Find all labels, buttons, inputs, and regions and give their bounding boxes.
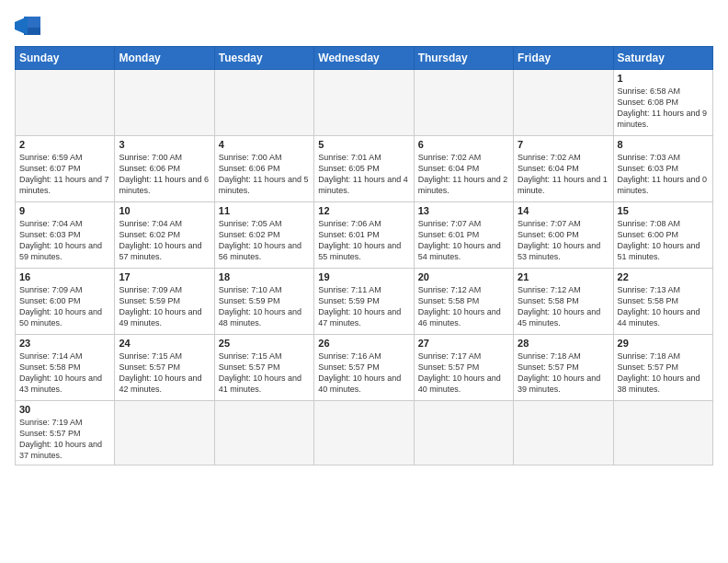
weekday-header-monday: Monday [115,47,214,70]
day-number: 6 [418,139,509,150]
svg-marker-2 [15,17,28,35]
day-number: 22 [618,271,709,282]
day-number: 13 [418,205,509,216]
calendar-cell: 23Sunrise: 7:14 AM Sunset: 5:58 PM Dayli… [16,335,115,401]
day-info: Sunrise: 7:02 AM Sunset: 6:04 PM Dayligh… [418,152,509,197]
weekday-header-wednesday: Wednesday [314,47,414,70]
day-info: Sunrise: 7:07 AM Sunset: 6:00 PM Dayligh… [518,218,609,263]
day-info: Sunrise: 7:06 AM Sunset: 6:01 PM Dayligh… [318,218,409,263]
day-info: Sunrise: 7:00 AM Sunset: 6:06 PM Dayligh… [219,152,310,197]
day-number: 5 [318,139,409,150]
day-info: Sunrise: 7:00 AM Sunset: 6:06 PM Dayligh… [119,152,210,197]
calendar-cell: 21Sunrise: 7:12 AM Sunset: 5:58 PM Dayli… [514,269,613,335]
day-info: Sunrise: 7:15 AM Sunset: 5:57 PM Dayligh… [119,350,210,396]
logo-icon [15,15,42,37]
day-info: Sunrise: 7:19 AM Sunset: 5:57 PM Dayligh… [19,417,110,462]
weekday-header-thursday: Thursday [414,47,513,70]
weekday-header-friday: Friday [514,47,613,70]
day-info: Sunrise: 6:58 AM Sunset: 6:08 PM Dayligh… [618,86,709,131]
day-info: Sunrise: 7:10 AM Sunset: 5:59 PM Dayligh… [219,284,310,329]
calendar-cell: 17Sunrise: 7:09 AM Sunset: 5:59 PM Dayli… [115,269,214,335]
day-number: 11 [219,205,310,216]
calendar-cell [16,70,115,136]
calendar-cell: 24Sunrise: 7:15 AM Sunset: 5:57 PM Dayli… [115,335,214,401]
week-row-3: 9Sunrise: 7:04 AM Sunset: 6:03 PM Daylig… [16,202,713,269]
calendar-cell [314,70,414,136]
calendar-cell: 22Sunrise: 7:13 AM Sunset: 5:58 PM Dayli… [613,269,712,335]
day-info: Sunrise: 7:16 AM Sunset: 5:57 PM Dayligh… [318,350,409,396]
day-info: Sunrise: 7:08 AM Sunset: 6:00 PM Dayligh… [618,218,709,263]
day-number: 10 [119,205,210,216]
day-number: 23 [19,338,110,349]
day-info: Sunrise: 7:11 AM Sunset: 5:59 PM Dayligh… [318,284,409,329]
calendar-cell: 19Sunrise: 7:11 AM Sunset: 5:59 PM Dayli… [314,269,414,335]
calendar-cell: 8Sunrise: 7:03 AM Sunset: 6:03 PM Daylig… [613,136,712,202]
calendar-cell [115,401,214,465]
weekday-header-tuesday: Tuesday [214,47,313,70]
logo [15,15,46,37]
day-info: Sunrise: 7:09 AM Sunset: 5:59 PM Dayligh… [119,284,210,329]
calendar-cell: 20Sunrise: 7:12 AM Sunset: 5:58 PM Dayli… [414,269,513,335]
calendar-cell [214,401,313,465]
calendar-cell: 29Sunrise: 7:18 AM Sunset: 5:57 PM Dayli… [613,335,712,401]
day-number: 26 [318,338,409,349]
day-number: 8 [618,139,709,150]
page: SundayMondayTuesdayWednesdayThursdayFrid… [0,0,728,563]
calendar-cell [414,401,513,465]
calendar-cell [514,401,613,465]
weekday-header-row: SundayMondayTuesdayWednesdayThursdayFrid… [16,47,713,70]
calendar-cell: 15Sunrise: 7:08 AM Sunset: 6:00 PM Dayli… [613,202,712,269]
day-number: 17 [119,271,210,282]
calendar-cell: 14Sunrise: 7:07 AM Sunset: 6:00 PM Dayli… [514,202,613,269]
day-number: 20 [418,271,509,282]
day-number: 18 [219,271,310,282]
day-info: Sunrise: 7:18 AM Sunset: 5:57 PM Dayligh… [518,350,609,396]
day-number: 24 [119,338,210,349]
day-number: 30 [19,404,110,415]
day-number: 12 [318,205,409,216]
day-number: 4 [219,139,310,150]
calendar-cell: 9Sunrise: 7:04 AM Sunset: 6:03 PM Daylig… [16,202,115,269]
calendar-cell [613,401,712,465]
day-info: Sunrise: 7:13 AM Sunset: 5:58 PM Dayligh… [618,284,709,329]
calendar-cell: 12Sunrise: 7:06 AM Sunset: 6:01 PM Dayli… [314,202,414,269]
day-info: Sunrise: 7:18 AM Sunset: 5:57 PM Dayligh… [618,350,709,396]
day-info: Sunrise: 7:14 AM Sunset: 5:58 PM Dayligh… [19,350,110,396]
day-info: Sunrise: 7:12 AM Sunset: 5:58 PM Dayligh… [418,284,509,329]
calendar-cell: 2Sunrise: 6:59 AM Sunset: 6:07 PM Daylig… [16,136,115,202]
calendar-cell [115,70,214,136]
calendar-cell [214,70,313,136]
calendar: SundayMondayTuesdayWednesdayThursdayFrid… [15,46,713,465]
day-number: 7 [518,139,609,150]
calendar-cell [514,70,613,136]
day-info: Sunrise: 7:12 AM Sunset: 5:58 PM Dayligh… [518,284,609,329]
calendar-cell [314,401,414,465]
day-info: Sunrise: 7:05 AM Sunset: 6:02 PM Dayligh… [219,218,310,263]
calendar-cell: 10Sunrise: 7:04 AM Sunset: 6:02 PM Dayli… [115,202,214,269]
day-number: 14 [518,205,609,216]
weekday-header-saturday: Saturday [613,47,712,70]
calendar-cell: 6Sunrise: 7:02 AM Sunset: 6:04 PM Daylig… [414,136,513,202]
day-info: Sunrise: 7:04 AM Sunset: 6:02 PM Dayligh… [119,218,210,263]
day-info: Sunrise: 7:09 AM Sunset: 6:00 PM Dayligh… [19,284,110,329]
calendar-cell: 27Sunrise: 7:17 AM Sunset: 5:57 PM Dayli… [414,335,513,401]
header [15,15,713,37]
calendar-cell: 26Sunrise: 7:16 AM Sunset: 5:57 PM Dayli… [314,335,414,401]
day-number: 21 [518,271,609,282]
day-number: 2 [19,139,110,150]
day-number: 15 [618,205,709,216]
calendar-cell: 11Sunrise: 7:05 AM Sunset: 6:02 PM Dayli… [214,202,313,269]
calendar-cell: 7Sunrise: 7:02 AM Sunset: 6:04 PM Daylig… [514,136,613,202]
day-number: 19 [318,271,409,282]
day-number: 27 [418,338,509,349]
week-row-5: 23Sunrise: 7:14 AM Sunset: 5:58 PM Dayli… [16,335,713,401]
day-number: 25 [219,338,310,349]
day-number: 29 [618,338,709,349]
calendar-cell: 28Sunrise: 7:18 AM Sunset: 5:57 PM Dayli… [514,335,613,401]
day-info: Sunrise: 7:01 AM Sunset: 6:05 PM Dayligh… [318,152,409,197]
day-number: 3 [119,139,210,150]
day-info: Sunrise: 7:04 AM Sunset: 6:03 PM Dayligh… [19,218,110,263]
day-number: 1 [618,73,709,84]
day-info: Sunrise: 7:17 AM Sunset: 5:57 PM Dayligh… [418,350,509,396]
calendar-cell: 1Sunrise: 6:58 AM Sunset: 6:08 PM Daylig… [613,70,712,136]
